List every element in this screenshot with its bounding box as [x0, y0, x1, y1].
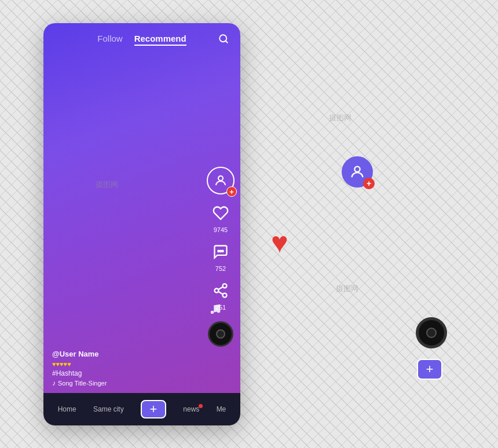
- username: @User Name: [52, 350, 107, 358]
- svg-point-8: [223, 293, 227, 298]
- song-info: ♪ Song Title-Singer: [52, 379, 107, 387]
- add-button[interactable]: +: [141, 400, 166, 418]
- floating-music-disk: [416, 317, 447, 348]
- svg-point-3: [218, 251, 219, 252]
- svg-point-7: [215, 289, 219, 293]
- svg-point-5: [222, 251, 223, 252]
- svg-point-2: [218, 176, 223, 181]
- avatar-action[interactable]: +: [207, 167, 235, 194]
- likes-count: 9745: [214, 226, 228, 233]
- phone-frame: Follow Recommend: [43, 23, 240, 425]
- star-rating: ♥♥♥♥♥: [52, 361, 107, 368]
- bottom-tabbar: Home Same city + news Me: [43, 393, 240, 425]
- comment-action[interactable]: 752: [212, 244, 229, 272]
- phone-main-content: Follow Recommend: [43, 23, 240, 393]
- svg-line-9: [218, 292, 223, 295]
- tab-me[interactable]: Me: [217, 405, 226, 413]
- follow-badge[interactable]: +: [226, 186, 237, 197]
- svg-point-11: [211, 311, 214, 314]
- floating-follow-badge: +: [363, 178, 375, 189]
- news-notification-dot: [199, 404, 203, 408]
- comments-count: 752: [215, 265, 226, 272]
- svg-point-12: [217, 310, 221, 313]
- search-icon[interactable]: [218, 34, 229, 47]
- like-action[interactable]: 9745: [212, 205, 229, 233]
- avatar-container: +: [207, 167, 235, 194]
- hashtag: #Hashtag: [52, 369, 107, 377]
- svg-point-13: [354, 167, 360, 172]
- music-note-icon: [209, 303, 222, 318]
- watermark-2: 摄图网: [329, 113, 351, 123]
- right-actions: + 9745: [207, 167, 235, 347]
- tab-follow[interactable]: Follow: [97, 34, 122, 46]
- floating-add-button[interactable]: +: [417, 359, 442, 380]
- floating-avatar-circle: +: [342, 156, 373, 188]
- music-note-small-icon: ♪: [52, 379, 56, 387]
- watermark-3: 摄图网: [336, 284, 358, 294]
- tab-home[interactable]: Home: [58, 405, 76, 413]
- floating-heart-icon: ♥: [271, 226, 288, 259]
- svg-point-6: [223, 284, 227, 288]
- share-icon: [213, 282, 229, 302]
- top-navigation: Follow Recommend: [43, 23, 240, 53]
- svg-point-4: [220, 251, 221, 252]
- tab-same-city-label: Same city: [93, 405, 124, 413]
- tab-me-label: Me: [217, 405, 226, 413]
- tab-home-label: Home: [58, 405, 76, 413]
- tab-same-city[interactable]: Same city: [93, 405, 124, 413]
- user-info: @User Name ♥♥♥♥♥ #Hashtag ♪ Song Title-S…: [52, 350, 107, 387]
- heart-icon: [212, 205, 229, 224]
- song-title: Song Title-Singer: [58, 380, 107, 387]
- tab-news-label: news: [183, 405, 199, 413]
- tab-news[interactable]: news: [183, 405, 199, 413]
- floating-avatar: +: [342, 156, 373, 188]
- comment-icon: [212, 244, 229, 263]
- tab-recommend[interactable]: Recommend: [134, 34, 186, 46]
- nav-tabs: Follow Recommend: [97, 34, 186, 46]
- svg-line-1: [225, 41, 227, 42]
- svg-line-10: [218, 287, 223, 290]
- music-disk: [208, 321, 233, 347]
